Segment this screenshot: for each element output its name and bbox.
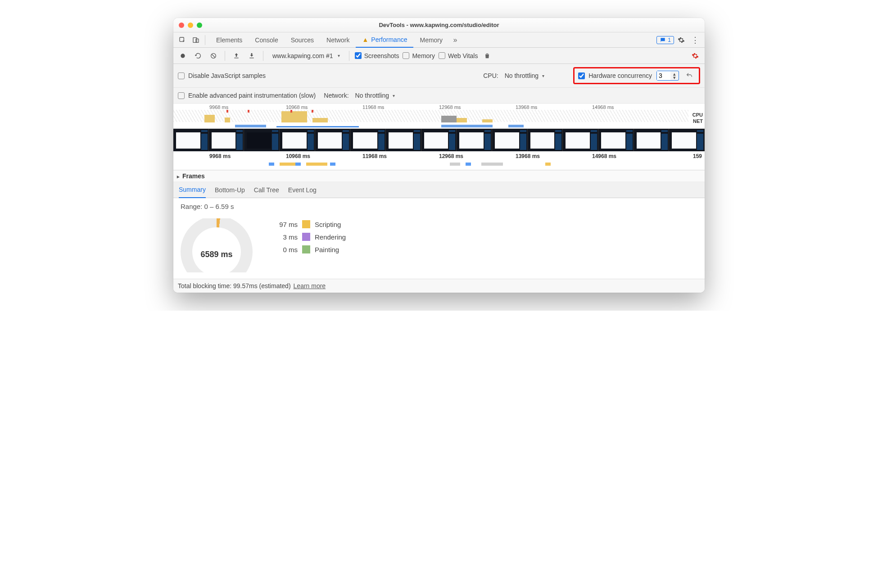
screenshot-thumb[interactable] <box>315 129 351 151</box>
toggle-device-icon[interactable] <box>190 34 202 46</box>
disclosure-triangle-icon <box>177 172 180 180</box>
devtools-window: DevTools - www.kapwing.com/studio/editor… <box>173 18 705 293</box>
disable-js-checkbox[interactable] <box>178 72 185 79</box>
panel-tabs-row: Elements Console Sources Network ▲ Perfo… <box>173 32 705 48</box>
screenshot-thumb[interactable] <box>634 129 670 151</box>
screenshot-thumb[interactable] <box>280 129 315 151</box>
screenshot-thumb[interactable] <box>350 129 386 151</box>
reload-record-button[interactable] <box>192 50 204 62</box>
swatch-painting <box>302 245 310 253</box>
screenshot-thumb[interactable] <box>669 129 705 151</box>
hardware-concurrency-field[interactable] <box>657 71 670 80</box>
legend-row-painting: 0 ms Painting <box>271 245 346 253</box>
record-button[interactable] <box>177 50 189 62</box>
details-tabs: Summary Bottom-Up Call Tree Event Log <box>173 182 705 198</box>
paint-instrumentation-toggle[interactable]: Enable advanced paint instrumentation (s… <box>178 92 316 99</box>
hardware-concurrency-input[interactable]: ▴▾ <box>656 71 679 81</box>
screenshots-checkbox[interactable] <box>355 52 362 59</box>
more-options-icon[interactable]: ⋮ <box>688 35 702 45</box>
maximize-window-button[interactable] <box>197 23 202 28</box>
divider <box>225 51 225 61</box>
flamechart-strip[interactable] <box>173 161 705 170</box>
summary-legend: 97 ms Scripting 3 ms Rendering 0 ms Pain… <box>271 220 346 253</box>
tab-sources[interactable]: Sources <box>285 32 320 48</box>
window-title: DevTools - www.kapwing.com/studio/editor <box>173 22 705 28</box>
cpu-throttle-select[interactable]: No throttling <box>502 71 547 80</box>
long-task-marker <box>290 110 292 113</box>
screenshot-thumb[interactable] <box>173 129 209 151</box>
memory-checkbox[interactable] <box>403 52 409 59</box>
capture-options-row-2: Enable advanced paint instrumentation (s… <box>173 88 705 104</box>
performance-toolbar: www.kapwing.com #1 Screenshots Memory We… <box>173 48 705 64</box>
settings-icon[interactable] <box>675 34 688 46</box>
tab-elements[interactable]: Elements <box>210 32 249 48</box>
screenshot-thumb[interactable] <box>244 129 280 151</box>
svg-rect-6 <box>249 58 253 58</box>
donut-center-value: 6589 ms <box>181 250 253 259</box>
cpu-throttle-group: CPU: No throttling <box>483 71 547 80</box>
clear-button[interactable] <box>208 50 219 62</box>
delete-recording-icon[interactable] <box>481 50 493 62</box>
warning-icon: ▲ <box>362 36 368 43</box>
window-controls <box>179 23 202 28</box>
range-label: Range: 0 – 6.59 s <box>181 203 697 210</box>
hardware-concurrency-toggle[interactable]: Hardware concurrency <box>578 72 652 79</box>
screenshot-thumb[interactable] <box>209 129 244 151</box>
learn-more-link[interactable]: Learn more <box>294 282 326 289</box>
svg-rect-1 <box>193 37 197 42</box>
webvitals-checkbox[interactable] <box>439 52 445 59</box>
tab-memory[interactable]: Memory <box>413 32 449 48</box>
hardware-concurrency-checkbox[interactable] <box>578 72 585 79</box>
screenshot-thumb[interactable] <box>563 129 598 151</box>
capture-settings-icon[interactable] <box>689 50 701 62</box>
webvitals-toggle[interactable]: Web Vitals <box>439 52 478 59</box>
total-blocking-time: Total blocking time: 99.57ms (estimated) <box>178 282 291 289</box>
svg-rect-2 <box>196 39 199 42</box>
summary-donut-chart: 6589 ms <box>181 218 253 272</box>
screenshots-filmstrip[interactable] <box>173 129 705 151</box>
timeline-overview[interactable]: 9968 ms 10968 ms 11968 ms 12968 ms 13968… <box>173 104 705 129</box>
issues-badge[interactable]: 1 <box>656 36 674 44</box>
more-tabs-icon[interactable]: » <box>449 34 462 46</box>
capture-options-row-1: Disable JavaScript samples CPU: No throt… <box>173 64 705 88</box>
screenshot-thumb[interactable] <box>598 129 634 151</box>
screenshot-thumb[interactable] <box>421 129 457 151</box>
memory-toggle[interactable]: Memory <box>403 52 435 59</box>
overview-net-graph <box>173 125 688 127</box>
screenshot-thumb[interactable] <box>528 129 563 151</box>
recording-selector[interactable]: www.kapwing.com #1 <box>269 51 344 60</box>
stepper-icon[interactable]: ▴▾ <box>670 72 679 79</box>
close-window-button[interactable] <box>179 23 184 28</box>
hardware-concurrency-reset-icon[interactable] <box>683 70 695 81</box>
tab-bottom-up[interactable]: Bottom-Up <box>215 182 245 198</box>
titlebar: DevTools - www.kapwing.com/studio/editor <box>173 18 705 32</box>
tab-network[interactable]: Network <box>320 32 356 48</box>
flamechart-ruler[interactable]: 9968 ms 10968 ms 11968 ms 12968 ms 13968… <box>173 151 705 161</box>
paint-instr-checkbox[interactable] <box>178 92 185 99</box>
divider <box>349 51 349 61</box>
tab-summary[interactable]: Summary <box>179 182 206 198</box>
screenshot-thumb[interactable] <box>386 129 421 151</box>
swatch-rendering <box>302 233 310 241</box>
network-throttle-group: Network: No throttling <box>324 91 398 100</box>
load-profile-icon[interactable] <box>231 50 242 62</box>
swatch-scripting <box>302 220 310 228</box>
screenshots-toggle[interactable]: Screenshots <box>355 52 399 59</box>
disable-js-samples-toggle[interactable]: Disable JavaScript samples <box>178 72 266 79</box>
tab-call-tree[interactable]: Call Tree <box>254 182 279 198</box>
overview-ticks: 9968 ms 10968 ms 11968 ms 12968 ms 13968… <box>173 104 705 110</box>
screenshot-thumb[interactable] <box>457 129 492 151</box>
tab-event-log[interactable]: Event Log <box>288 182 317 198</box>
long-task-marker <box>248 110 249 113</box>
network-throttle-select[interactable]: No throttling <box>353 91 398 100</box>
long-task-marker <box>226 110 228 113</box>
tab-console[interactable]: Console <box>249 32 284 48</box>
legend-row-scripting: 97 ms Scripting <box>271 220 346 228</box>
minimize-window-button[interactable] <box>188 23 193 28</box>
frames-section-header[interactable]: Frames <box>173 170 705 182</box>
screenshot-thumb[interactable] <box>492 129 528 151</box>
save-profile-icon[interactable] <box>246 50 258 62</box>
tab-performance[interactable]: ▲ Performance <box>356 32 413 48</box>
inspect-element-icon[interactable] <box>176 34 189 46</box>
divider <box>263 51 263 61</box>
